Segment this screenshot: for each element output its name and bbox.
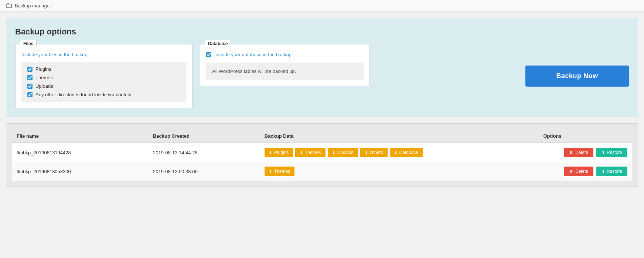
restore-icon: ⬆ bbox=[602, 169, 605, 174]
badge-others[interactable]: Others bbox=[360, 148, 388, 157]
download-icon bbox=[269, 150, 272, 155]
cell-data: Themes bbox=[260, 162, 539, 181]
cell-data: PluginsThemesUploadsOthersDatabase bbox=[260, 143, 539, 162]
backup-now-button[interactable]: Backup Now bbox=[525, 66, 629, 87]
cell-created: 2019-08-13 14:44:28 bbox=[149, 143, 260, 162]
col-header-filename: File name bbox=[12, 130, 149, 143]
checkbox-other-input[interactable] bbox=[27, 92, 33, 97]
top-bar-title: Backup manager. bbox=[15, 3, 52, 9]
files-box-inner: Include your files in the backup Plugins… bbox=[16, 44, 192, 108]
cell-filename: flmbkp_20190813194428 bbox=[12, 143, 149, 162]
cell-options: 🗑Delete⬆Restore bbox=[539, 143, 632, 162]
db-info-box: All WordPress tables will be backed up. bbox=[206, 63, 364, 80]
backups-table: File name Backup Created Backup Data Opt… bbox=[12, 130, 632, 181]
options-cell: 🗑Delete⬆Restore bbox=[543, 148, 627, 157]
cell-options: 🗑Delete⬆Restore bbox=[539, 162, 632, 181]
badge-database[interactable]: Database bbox=[390, 148, 423, 157]
download-icon bbox=[365, 150, 368, 155]
backup-options-panel: Backup options Files Include your files … bbox=[6, 18, 638, 117]
options-row: Files Include your files in the backup P… bbox=[15, 44, 629, 108]
checkbox-uploads-label: Uploads bbox=[35, 83, 53, 89]
badge-uploads[interactable]: Uploads bbox=[328, 148, 358, 157]
checkboxes-area: Plugins Themes Uploads Any other di bbox=[21, 62, 186, 102]
database-box: Database Include your database in the ba… bbox=[200, 44, 370, 86]
download-icon bbox=[300, 150, 303, 155]
db-info-text: All WordPress tables will be backed up. bbox=[212, 68, 296, 74]
backup-manager-icon bbox=[6, 4, 12, 8]
download-icon bbox=[394, 150, 398, 155]
table-body: flmbkp_201908131944282019-08-13 14:44:28… bbox=[12, 143, 632, 181]
database-legend: Database bbox=[205, 40, 231, 47]
checkbox-plugins-input[interactable] bbox=[27, 67, 33, 72]
files-include-label: Include your files in the backup bbox=[21, 52, 186, 57]
top-bar: Backup manager. bbox=[0, 0, 644, 12]
trash-icon: 🗑 bbox=[569, 150, 573, 155]
restore-button[interactable]: ⬆Restore bbox=[596, 167, 627, 176]
checkbox-themes[interactable]: Themes bbox=[27, 75, 180, 80]
checkbox-themes-input[interactable] bbox=[27, 75, 33, 80]
backups-table-panel: File name Backup Created Backup Data Opt… bbox=[6, 123, 638, 187]
download-icon bbox=[269, 169, 272, 174]
checkbox-uploads-input[interactable] bbox=[27, 84, 33, 89]
table-row: flmbkp_201908130533002019-08-13 00:33:00… bbox=[12, 162, 632, 181]
delete-button[interactable]: 🗑Delete bbox=[564, 167, 593, 176]
db-include-checkbox[interactable] bbox=[206, 52, 211, 57]
badge-row: PluginsThemesUploadsOthersDatabase bbox=[265, 148, 535, 157]
badge-themes[interactable]: Themes bbox=[295, 148, 325, 157]
table-header: File name Backup Created Backup Data Opt… bbox=[12, 130, 632, 143]
cell-created: 2019-08-13 00:33:00 bbox=[149, 162, 260, 181]
badge-plugins[interactable]: Plugins bbox=[265, 148, 293, 157]
col-header-options: Options bbox=[539, 130, 632, 143]
db-include-label: Include your database in the backup bbox=[214, 52, 292, 57]
db-include-row: Include your database in the backup bbox=[206, 52, 364, 57]
backup-options-title: Backup options bbox=[15, 27, 629, 37]
badge-row: Themes bbox=[265, 167, 535, 176]
checkbox-other-label: Any other directories found inside wp-co… bbox=[35, 92, 132, 97]
checkbox-other[interactable]: Any other directories found inside wp-co… bbox=[27, 92, 180, 97]
checkbox-uploads[interactable]: Uploads bbox=[27, 83, 180, 89]
restore-button[interactable]: ⬆Restore bbox=[596, 148, 627, 157]
col-header-data: Backup Data bbox=[260, 130, 539, 143]
delete-button[interactable]: 🗑Delete bbox=[564, 148, 593, 157]
table-row: flmbkp_201908131944282019-08-13 14:44:28… bbox=[12, 143, 632, 162]
col-header-created: Backup Created bbox=[149, 130, 260, 143]
checkbox-plugins[interactable]: Plugins bbox=[27, 66, 180, 72]
files-box: Files Include your files in the backup P… bbox=[15, 44, 192, 108]
files-legend: Files bbox=[20, 40, 37, 47]
restore-icon: ⬆ bbox=[602, 150, 605, 155]
main-content: Backup options Files Include your files … bbox=[0, 12, 644, 193]
options-cell: 🗑Delete⬆Restore bbox=[543, 167, 627, 176]
cell-filename: flmbkp_20190813053300 bbox=[12, 162, 149, 181]
badge-themes[interactable]: Themes bbox=[265, 167, 294, 176]
trash-icon: 🗑 bbox=[569, 169, 573, 174]
download-icon bbox=[332, 150, 335, 155]
checkbox-plugins-label: Plugins bbox=[35, 66, 51, 72]
checkbox-themes-label: Themes bbox=[35, 75, 53, 80]
database-box-inner: Include your database in the backup All … bbox=[200, 44, 369, 86]
